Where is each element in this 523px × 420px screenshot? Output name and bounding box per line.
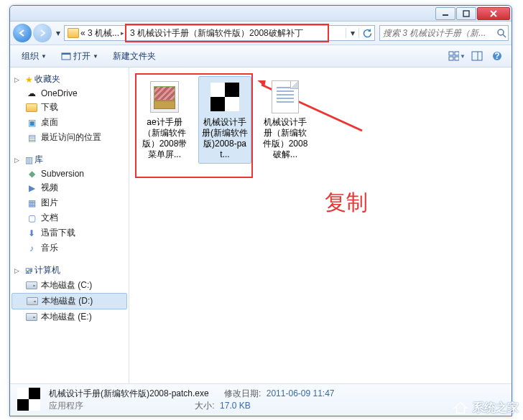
- back-button[interactable]: [13, 24, 32, 42]
- sidebar-item-music[interactable]: ♪音乐: [10, 241, 129, 256]
- status-filename: 机械设计手册(新编软件版)2008-patch.exe: [49, 388, 209, 398]
- file-item-patch-exe[interactable]: 机械设计手册(新编软件版)2008-pat...: [198, 76, 251, 164]
- folder-icon: [26, 103, 37, 112]
- svg-rect-12: [472, 52, 482, 60]
- sidebar-item-label: 图片: [41, 197, 58, 209]
- body: ▷★收藏夹 ☁OneDrive 下载 ▣桌面 ▤最近访问的位置 ▷▥库 ◆Sub…: [10, 67, 512, 383]
- nav-row: ▾ « 3 机械...▸ 3 机械设计手册（新编软件版）2008破解补丁 ▾: [10, 22, 512, 45]
- open-icon: [61, 51, 71, 61]
- cloud-icon: ☁: [26, 88, 37, 98]
- view-options-button[interactable]: ▼: [448, 48, 466, 64]
- breadcrumb-root[interactable]: « 3 机械...▸: [65, 26, 127, 40]
- sidebar-favorites-header[interactable]: ▷★收藏夹: [10, 72, 129, 87]
- sidebar-item-label: 桌面: [41, 116, 58, 129]
- sidebar-item-label: 本地磁盘 (D:): [42, 295, 93, 307]
- chevron-down-icon: ▼: [41, 53, 47, 60]
- sidebar-item-label: 本地磁盘 (E:): [41, 311, 92, 323]
- computer-icon: 🖳: [23, 266, 34, 276]
- folder-icon: [68, 28, 79, 38]
- refresh-button[interactable]: [358, 28, 374, 38]
- sidebar-label: 计算机: [34, 264, 60, 276]
- sidebar-item-onedrive[interactable]: ☁OneDrive: [10, 87, 129, 100]
- desktop-icon: ▣: [26, 118, 37, 128]
- sidebar-item-label: 最近访问的位置: [41, 131, 101, 144]
- address-dropdown[interactable]: ▾: [346, 28, 358, 38]
- svg-line-5: [503, 34, 506, 37]
- status-file-icon: [17, 388, 42, 412]
- sidebar-item-label: 本地磁盘 (C:): [41, 279, 92, 291]
- drive-icon: [26, 313, 37, 321]
- toolbar: 组织▼ 打开▼ 新建文件夹 ▼ ?: [10, 45, 512, 67]
- new-folder-button[interactable]: 新建文件夹: [107, 48, 162, 65]
- sidebar-item-drive-c[interactable]: 本地磁盘 (C:): [10, 278, 129, 293]
- search-box[interactable]: [379, 25, 509, 41]
- file-label: ae计手册（新编软件版）2008带菜单屏...: [140, 117, 189, 160]
- search-input[interactable]: [380, 28, 494, 38]
- minimize-button[interactable]: [435, 7, 455, 20]
- chevron-down-icon: ▼: [460, 53, 466, 60]
- help-button[interactable]: ?: [489, 48, 506, 64]
- star-icon: ★: [23, 75, 34, 85]
- sidebar-item-videos[interactable]: ▶视频: [10, 180, 129, 195]
- sidebar-item-label: 下载: [41, 101, 58, 113]
- titlebar: [10, 6, 512, 22]
- sidebar: ▷★收藏夹 ☁OneDrive 下载 ▣桌面 ▤最近访问的位置 ▷▥库 ◆Sub…: [10, 67, 129, 383]
- sidebar-libraries-header[interactable]: ▷▥库: [10, 152, 129, 167]
- picture-icon: ▦: [26, 198, 37, 208]
- status-date-label: 修改日期:: [224, 388, 261, 398]
- file-item-rar[interactable]: ae计手册（新编软件版）2008带菜单屏...: [138, 76, 191, 164]
- maximize-button[interactable]: [456, 7, 476, 20]
- svg-point-4: [498, 29, 504, 35]
- svg-rect-9: [455, 52, 459, 55]
- chevron-down-icon: ▼: [93, 53, 98, 60]
- svg-rect-7: [62, 53, 70, 55]
- preview-pane-button[interactable]: [468, 48, 486, 64]
- sidebar-item-pictures[interactable]: ▦图片: [10, 195, 129, 210]
- watermark: 系统之家: [451, 400, 519, 416]
- svg-rect-8: [449, 52, 453, 55]
- address-bar[interactable]: « 3 机械...▸ 3 机械设计手册（新编软件版）2008破解补丁 ▾: [64, 25, 375, 41]
- file-item-txt[interactable]: 机械设计手册（新编软件版）2008破解...: [259, 76, 312, 164]
- rar-icon: [150, 81, 179, 113]
- breadcrumb-current[interactable]: 3 机械设计手册（新编软件版）2008破解补丁: [127, 26, 306, 40]
- open-label: 打开: [73, 50, 91, 62]
- sidebar-item-desktop[interactable]: ▣桌面: [10, 115, 129, 130]
- annotation-text: 复制: [325, 188, 368, 218]
- svg-rect-11: [455, 57, 459, 60]
- open-button[interactable]: 打开▼: [55, 48, 104, 65]
- sidebar-item-label: 文档: [41, 212, 58, 224]
- sidebar-computer-header[interactable]: ▷🖳计算机: [10, 263, 129, 278]
- video-icon: ▶: [26, 183, 37, 193]
- sidebar-item-downloads[interactable]: 下载: [10, 100, 129, 115]
- watermark-text: 系统之家: [473, 401, 519, 416]
- caret-icon: ▷: [14, 157, 23, 164]
- caret-icon: ▷: [14, 76, 23, 83]
- exe-icon: [210, 83, 239, 111]
- sidebar-item-subversion[interactable]: ◆Subversion: [10, 167, 129, 180]
- forward-button[interactable]: [33, 24, 52, 42]
- content-area[interactable]: 复制 ae计手册（新编软件版）2008带菜单屏... 机械设计手册(新编软件版)…: [129, 67, 512, 383]
- drive-icon: [26, 281, 37, 289]
- sidebar-item-label: 视频: [41, 182, 58, 194]
- nav-history-dropdown[interactable]: ▾: [53, 28, 63, 38]
- explorer-window: ▾ « 3 机械...▸ 3 机械设计手册（新编软件版）2008破解补丁 ▾ 组…: [9, 5, 512, 416]
- status-date: 2011-06-09 11:47: [267, 388, 335, 398]
- recent-icon: ▤: [26, 133, 37, 143]
- sidebar-item-recent[interactable]: ▤最近访问的位置: [10, 130, 129, 145]
- document-icon: ▢: [26, 213, 37, 223]
- close-button[interactable]: [477, 7, 510, 20]
- status-size-label: 大小:: [195, 401, 214, 411]
- sidebar-item-drive-e[interactable]: 本地磁盘 (E:): [10, 309, 129, 325]
- sidebar-item-label: Subversion: [41, 169, 84, 179]
- organize-label: 组织: [22, 50, 39, 62]
- svg-rect-10: [449, 57, 453, 60]
- chevron-right-icon: ▸: [121, 29, 124, 37]
- caret-icon: ▷: [14, 267, 23, 274]
- breadcrumb-text: « 3 机械...: [80, 27, 119, 39]
- sidebar-item-label: OneDrive: [41, 88, 78, 98]
- sidebar-item-drive-d[interactable]: 本地磁盘 (D:): [11, 293, 127, 309]
- organize-button[interactable]: 组织▼: [16, 48, 52, 65]
- sidebar-item-documents[interactable]: ▢文档: [10, 210, 129, 225]
- sidebar-item-thunder[interactable]: ⬇迅雷下载: [10, 225, 129, 241]
- sidebar-item-label: 音乐: [41, 242, 58, 254]
